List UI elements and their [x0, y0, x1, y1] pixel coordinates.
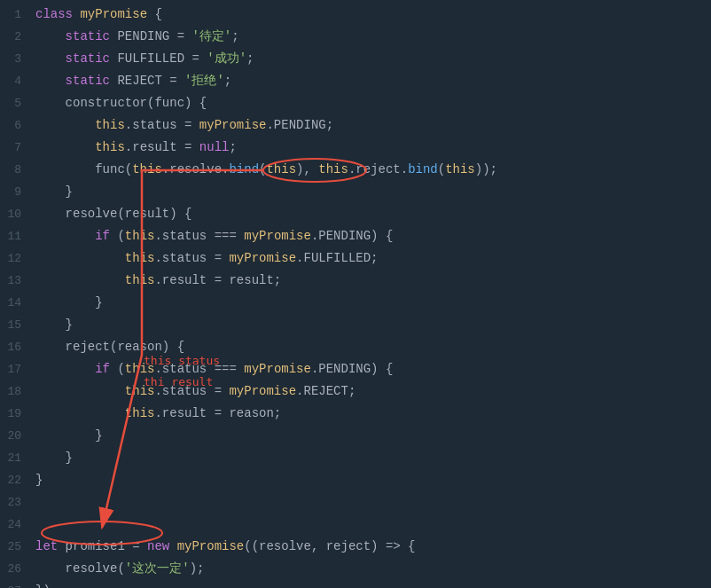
line-content: this.status = myPromise.FULFILLED;	[32, 247, 711, 269]
line-content: this.status = myPromise.REJECT;	[32, 380, 711, 402]
code-token: this	[125, 229, 155, 243]
line-number: 12	[0, 248, 32, 270]
table-row: 19 this.result = reason;	[0, 403, 711, 425]
code-token: this	[266, 162, 296, 176]
code-token: PENDING =	[117, 29, 191, 43]
code-token: resolve(result) {	[35, 207, 191, 221]
table-row: 23	[0, 491, 711, 514]
table-row: 18 this.status = myPromise.REJECT;	[0, 380, 711, 403]
line-content: }	[32, 425, 711, 446]
table-row: 27})	[0, 580, 711, 588]
table-row: 15 }	[0, 314, 711, 336]
line-number: 2	[0, 27, 32, 48]
table-row: 4 static REJECT = '拒绝';	[0, 70, 711, 92]
line-number: 18	[0, 381, 32, 403]
code-token: this	[95, 118, 125, 132]
line-content: func(this.resolve.bind(this), this.rejec…	[32, 159, 711, 180]
line-number: 27	[0, 581, 32, 588]
code-token: }	[35, 184, 73, 199]
line-content	[32, 514, 711, 535]
code-token: .result = reason;	[154, 406, 281, 420]
code-token: static	[66, 29, 118, 43]
code-token: bind	[408, 162, 438, 176]
code-token	[35, 74, 66, 88]
table-row: 10 resolve(result) {	[0, 203, 711, 225]
line-number: 16	[0, 337, 32, 358]
code-token: myPromise	[229, 384, 296, 398]
table-row: 6 this.status = myPromise.PENDING;	[0, 114, 711, 137]
line-content: }	[32, 292, 711, 313]
code-token: })	[35, 584, 51, 588]
table-row: 13 this.result = result;	[0, 270, 711, 292]
line-number: 17	[0, 359, 32, 380]
code-token: (	[110, 362, 125, 376]
code-token: .reject.	[348, 162, 408, 176]
line-content: this.result = result;	[32, 270, 711, 291]
code-token: ;	[231, 29, 238, 43]
table-row: 25let promise1 = new myPromise((resolve,…	[0, 536, 711, 558]
code-token: myPromise	[244, 229, 311, 243]
code-token: }	[35, 428, 103, 443]
code-token: .PENDING;	[266, 118, 333, 132]
line-number: 1	[0, 4, 32, 26]
line-number: 6	[0, 115, 32, 137]
code-token: ;	[246, 51, 254, 66]
code-token: (	[110, 229, 125, 243]
table-row: 20 }	[0, 425, 711, 447]
code-token: ));	[475, 162, 497, 176]
code-token: '拒绝'	[184, 74, 224, 88]
line-content	[32, 491, 711, 513]
line-content: class myPromise {	[32, 4, 711, 25]
table-row: 24	[0, 514, 711, 536]
code-token	[35, 273, 125, 287]
code-token	[35, 362, 95, 376]
code-token: .result =	[125, 140, 199, 154]
code-token: .FULFILLED;	[296, 251, 378, 265]
code-token: class	[35, 7, 80, 21]
code-token	[35, 229, 95, 243]
code-token: }	[35, 318, 73, 332]
line-number: 26	[0, 559, 32, 580]
line-number: 10	[0, 204, 32, 225]
code-token: this	[125, 251, 155, 265]
line-content: resolve(result) {	[32, 203, 711, 224]
code-token: FULFILLED =	[117, 51, 207, 66]
line-content: this.result = null;	[32, 137, 711, 158]
line-number: 11	[0, 226, 32, 247]
code-token: static	[66, 74, 118, 88]
code-token: .status =	[154, 251, 229, 265]
table-row: 5 constructor(func) {	[0, 92, 711, 114]
code-token: myPromise	[244, 362, 311, 376]
line-content: static REJECT = '拒绝';	[32, 70, 711, 91]
line-content: resolve('这次一定');	[32, 558, 711, 579]
line-number: 5	[0, 93, 32, 114]
code-token	[35, 406, 125, 420]
code-token: func(	[35, 162, 132, 176]
code-token: myPromise	[199, 118, 267, 132]
line-number: 15	[0, 315, 32, 336]
line-number: 20	[0, 426, 32, 447]
line-content: }	[32, 447, 711, 468]
table-row: 11 if (this.status === myPromise.PENDING…	[0, 225, 711, 247]
code-token: promise1 =	[66, 539, 147, 553]
table-row: 12 this.status = myPromise.FULFILLED;	[0, 247, 711, 270]
code-token	[35, 29, 66, 43]
line-number: 25	[0, 537, 32, 558]
line-content: static FULFILLED = '成功';	[32, 48, 711, 69]
code-token: '这次一定'	[125, 561, 190, 576]
code-token: ((resolve, reject) => {	[244, 539, 415, 553]
code-token: bind	[229, 162, 259, 176]
code-token: resolve(	[35, 561, 125, 576]
code-token: this	[125, 406, 155, 420]
code-token: }	[35, 451, 73, 465]
table-row: 17 if (this.status === myPromise.PENDING…	[0, 358, 711, 380]
this-result-annotation: thi result	[144, 372, 213, 393]
line-number: 19	[0, 404, 32, 425]
line-number: 7	[0, 137, 32, 159]
table-row: 26 resolve('这次一定');	[0, 558, 711, 580]
code-token: myPromise	[229, 251, 296, 265]
line-number: 24	[0, 514, 32, 536]
code-token: }	[35, 473, 43, 487]
code-token: if	[95, 362, 110, 376]
table-row: 21 }	[0, 447, 711, 469]
